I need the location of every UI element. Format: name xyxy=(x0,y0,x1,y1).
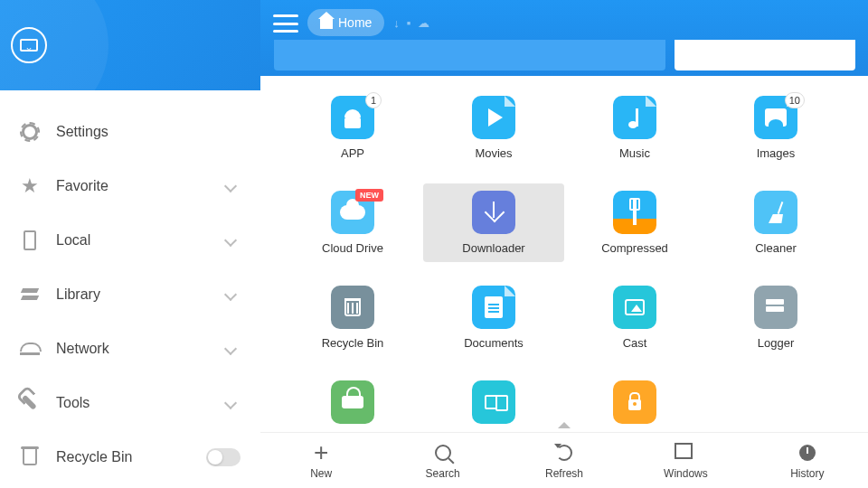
chevron-down-icon xyxy=(224,180,237,192)
windows-button[interactable]: Windows xyxy=(625,433,746,488)
tile-label: Compressed xyxy=(601,241,668,255)
sidebar-item-tools[interactable]: Tools xyxy=(0,376,260,430)
sidebar-item-label: Settings xyxy=(56,124,241,140)
gear-icon xyxy=(20,122,40,142)
sidebar-item-label: Local xyxy=(56,232,226,249)
toolbar-label: Search xyxy=(426,467,460,480)
tile-view-on-pc[interactable]: View on PC xyxy=(423,373,564,432)
window-indicator-icon: ▪ xyxy=(407,16,411,30)
tile-cloud-drive[interactable]: NEW Cloud Drive xyxy=(282,183,423,262)
bottom-toolbar: + New Search Refresh Windows History xyxy=(260,432,868,488)
count-badge: 10 xyxy=(785,92,805,108)
tile-label: Downloader xyxy=(462,241,524,255)
mail-icon[interactable] xyxy=(11,27,47,63)
search-button[interactable]: Search xyxy=(382,433,503,488)
sidebar-item-favorite[interactable]: ★ Favorite xyxy=(0,159,260,213)
router-icon xyxy=(20,339,40,359)
recycle-bin-toggle[interactable] xyxy=(206,448,241,466)
music-icon xyxy=(613,96,656,139)
toolbar-label: New xyxy=(310,467,332,480)
documents-icon xyxy=(472,286,515,329)
tile-label: Recycle Bin xyxy=(322,336,384,350)
plus-icon: + xyxy=(310,442,332,464)
menu-icon[interactable] xyxy=(273,14,298,33)
history-button[interactable]: History xyxy=(747,433,868,488)
download-icon xyxy=(472,191,515,234)
tile-movies[interactable]: Movies xyxy=(423,89,564,167)
tile-label: APP xyxy=(341,146,364,160)
breadcrumb-home[interactable]: Home xyxy=(307,9,384,36)
sidebar-item-label: Tools xyxy=(56,395,226,411)
sidebar-header xyxy=(0,0,260,90)
collapse-caret-icon[interactable] xyxy=(558,422,571,428)
breadcrumb-extras: ↓ ▪ ☁ xyxy=(393,16,429,30)
promo-banner xyxy=(274,40,855,70)
compressed-icon xyxy=(613,191,656,234)
tile-label: Documents xyxy=(464,336,524,350)
banner-left[interactable] xyxy=(274,40,665,70)
pc-icon xyxy=(472,380,515,424)
images-icon: 10 xyxy=(754,96,797,139)
cloud-icon: NEW xyxy=(331,191,374,234)
tile-app[interactable]: 1 APP xyxy=(282,89,423,167)
clock-icon xyxy=(797,442,818,464)
tile-cast[interactable]: Cast xyxy=(564,278,705,357)
sidebar-item-recycle-bin[interactable]: Recycle Bin xyxy=(0,430,260,484)
tile-recycle-bin[interactable]: Recycle Bin xyxy=(282,278,423,357)
breadcrumb-label: Home xyxy=(338,15,372,30)
toolbar-label: History xyxy=(790,467,824,480)
tile-label: Logger xyxy=(758,336,794,350)
sidebar-item-label: Network xyxy=(56,341,226,357)
count-badge: 1 xyxy=(365,92,382,108)
category-grid: 1 APP Movies Music 10 Images NEW Cl xyxy=(282,89,846,432)
tile-compressed[interactable]: Compressed xyxy=(564,183,705,262)
tile-label: Music xyxy=(619,146,650,160)
chevron-down-icon xyxy=(224,234,237,247)
search-icon xyxy=(432,442,454,464)
tile-images[interactable]: 10 Images xyxy=(705,89,846,167)
download-indicator-icon: ↓ xyxy=(393,16,400,30)
sidebar-item-library[interactable]: Library xyxy=(0,267,260,322)
app-icon: 1 xyxy=(331,96,374,139)
sidebar-item-label: Recycle Bin xyxy=(56,449,206,465)
layers-icon xyxy=(20,285,40,305)
tile-logger[interactable]: Logger xyxy=(705,278,846,357)
tile-label: Cloud Drive xyxy=(322,241,383,255)
sidebar-item-settings[interactable]: Settings xyxy=(0,105,260,159)
main: Home ↓ ▪ ☁ 1 APP Movies xyxy=(260,0,868,488)
tile-documents[interactable]: Documents xyxy=(423,278,564,357)
movies-icon xyxy=(472,96,515,139)
wrench-icon xyxy=(20,393,40,413)
tile-label: Movies xyxy=(475,146,512,160)
logger-icon xyxy=(754,286,797,329)
tile-label: Cast xyxy=(623,336,647,350)
sidebar-nav: Settings ★ Favorite Local Library Networ… xyxy=(0,90,260,488)
tile-network[interactable]: Network xyxy=(282,373,423,432)
home-icon xyxy=(320,18,333,29)
tile-cleaner[interactable]: Cleaner xyxy=(705,183,846,262)
tile-music[interactable]: Music xyxy=(564,89,705,167)
toolbar-label: Windows xyxy=(664,467,708,480)
banner-right[interactable] xyxy=(675,40,855,70)
toolbar-label: Refresh xyxy=(545,467,583,480)
sidebar-item-label: Favorite xyxy=(56,178,226,194)
cloud-indicator-icon: ☁ xyxy=(418,16,429,30)
tile-label: Images xyxy=(757,146,796,160)
sidebar-item-label: Library xyxy=(56,286,226,303)
cleaner-icon xyxy=(754,191,797,234)
tile-label: Cleaner xyxy=(755,241,797,255)
sidebar-item-local[interactable]: Local xyxy=(0,213,260,267)
content-grid-wrap: 1 APP Movies Music 10 Images NEW Cl xyxy=(260,76,868,432)
tile-label: View on PC xyxy=(463,431,524,432)
star-icon: ★ xyxy=(20,176,40,196)
chevron-down-icon xyxy=(224,397,237,409)
tile-encrypted[interactable]: Encrypted xyxy=(564,373,705,432)
lock-icon xyxy=(613,380,656,424)
new-button[interactable]: + New xyxy=(260,433,382,488)
network-icon xyxy=(331,380,374,424)
sidebar-item-network[interactable]: Network xyxy=(0,322,260,376)
refresh-button[interactable]: Refresh xyxy=(504,433,625,488)
tile-downloader[interactable]: Downloader xyxy=(423,183,564,262)
refresh-icon xyxy=(553,442,575,464)
cast-icon xyxy=(613,286,656,329)
